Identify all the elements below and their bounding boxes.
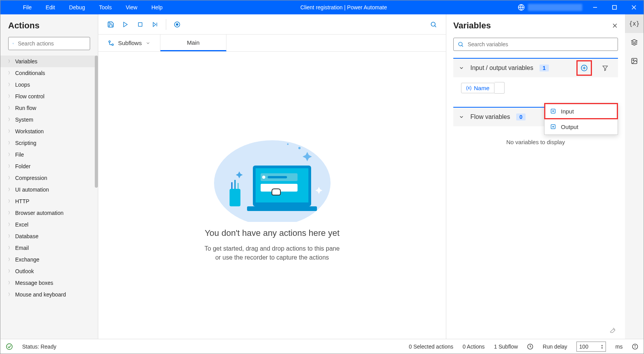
svg-marker-9 xyxy=(153,22,156,26)
svg-point-23 xyxy=(262,176,265,179)
stop-button[interactable] xyxy=(134,18,146,31)
subflows-dropdown[interactable]: Subflows xyxy=(98,35,160,51)
io-variables-title: Input / output variables xyxy=(470,65,533,71)
save-button[interactable] xyxy=(104,18,117,31)
info-icon[interactable] xyxy=(632,344,638,350)
output-icon xyxy=(550,124,556,130)
svg-point-30 xyxy=(287,143,289,145)
search-canvas-button[interactable] xyxy=(427,18,440,31)
rail-images-button[interactable] xyxy=(625,52,644,70)
action-group-message-boxes[interactable]: 〉Message boxes xyxy=(0,277,98,289)
add-variable-button[interactable] xyxy=(577,61,592,75)
run-button[interactable] xyxy=(119,18,132,31)
rail-layers-button[interactable] xyxy=(625,33,644,52)
flow-variables-count: 0 xyxy=(516,113,526,120)
variable-chip-name[interactable]: (x) Name xyxy=(461,82,610,94)
svg-marker-41 xyxy=(632,40,637,43)
svg-rect-24 xyxy=(268,176,287,178)
variables-search-input[interactable] xyxy=(468,41,614,47)
action-group-folder[interactable]: 〉Folder xyxy=(0,160,98,172)
svg-point-5 xyxy=(13,43,14,44)
ms-label: ms xyxy=(615,344,623,350)
action-group-run-flow[interactable]: 〉Run flow xyxy=(0,102,98,114)
action-group-flow-control[interactable]: 〉Flow control xyxy=(0,91,98,102)
status-text: Status: Ready xyxy=(22,344,56,350)
status-subflows: 1 Subflow xyxy=(494,344,518,350)
action-group-email[interactable]: 〉Email xyxy=(0,242,98,254)
action-group-excel[interactable]: 〉Excel xyxy=(0,219,98,230)
svg-point-43 xyxy=(633,59,634,61)
svg-line-6 xyxy=(14,44,14,44)
step-button[interactable] xyxy=(149,18,161,31)
svg-rect-20 xyxy=(247,206,317,211)
canvas: Subflows Main xyxy=(98,14,446,339)
filter-variables-button[interactable] xyxy=(598,61,613,75)
io-variables-count: 1 xyxy=(540,65,549,71)
action-list[interactable]: 〉Variables 〉Conditionals 〉Loops 〉Flow co… xyxy=(0,56,98,339)
variables-search[interactable] xyxy=(453,38,618,51)
chevron-down-icon[interactable] xyxy=(459,65,464,71)
action-group-http[interactable]: 〉HTTP xyxy=(0,195,98,207)
canvas-empty-state: You don't have any actions here yet To g… xyxy=(98,52,446,339)
close-variables-button[interactable] xyxy=(612,23,618,29)
svg-marker-7 xyxy=(124,22,127,27)
menu-edit[interactable]: Edit xyxy=(39,4,62,10)
toolbar xyxy=(98,14,446,35)
svg-point-29 xyxy=(298,147,301,149)
action-group-outlook[interactable]: 〉Outlook xyxy=(0,265,98,277)
svg-rect-8 xyxy=(138,23,142,26)
popup-output-option[interactable]: Output xyxy=(545,119,618,134)
empty-subtitle: To get started, drag and drop actions to… xyxy=(205,244,340,262)
action-group-loops[interactable]: 〉Loops xyxy=(0,79,98,91)
menu-debug[interactable]: Debug xyxy=(62,4,92,10)
window-minimize[interactable] xyxy=(585,0,605,14)
action-group-system[interactable]: 〉System xyxy=(0,114,98,126)
action-group-ui-automation[interactable]: 〉UI automation xyxy=(0,184,98,195)
action-group-exchange[interactable]: 〉Exchange xyxy=(0,254,98,265)
empty-illustration xyxy=(210,129,334,222)
action-group-mouse-keyboard[interactable]: 〉Mouse and keyboard xyxy=(0,289,98,300)
window-maximize[interactable] xyxy=(605,0,624,14)
filter-icon xyxy=(602,65,608,71)
action-group-scripting[interactable]: 〉Scripting xyxy=(0,137,98,149)
globe-icon xyxy=(518,4,525,11)
run-delay-input[interactable]: 100 ▲▼ xyxy=(576,342,606,352)
menu-tools[interactable]: Tools xyxy=(92,4,119,10)
svg-point-16 xyxy=(112,44,113,45)
action-group-compression[interactable]: 〉Compression xyxy=(0,172,98,184)
status-bar: Status: Ready 0 Selected actions 0 Actio… xyxy=(0,339,644,354)
menu-file[interactable]: File xyxy=(16,4,39,10)
action-group-conditionals[interactable]: 〉Conditionals xyxy=(0,67,98,79)
menu-help[interactable]: Help xyxy=(144,4,170,10)
tab-main[interactable]: Main xyxy=(160,35,226,51)
rail-variables-button[interactable]: {x} xyxy=(625,14,644,33)
variable-chip-extra[interactable] xyxy=(494,82,505,94)
actions-search[interactable] xyxy=(8,37,90,50)
chevron-down-icon[interactable] xyxy=(459,114,464,120)
svg-rect-2 xyxy=(613,5,616,9)
run-delay-label: Run delay xyxy=(543,344,567,350)
svg-point-33 xyxy=(459,42,462,46)
menu-bar: File Edit Debug Tools View Help xyxy=(0,4,170,10)
eraser-icon[interactable] xyxy=(609,326,616,333)
window-close[interactable] xyxy=(624,0,644,14)
io-variables-section: Input / output variables 1 (x) Name xyxy=(453,58,618,101)
action-group-file[interactable]: 〉File xyxy=(0,149,98,160)
popup-input-option[interactable]: Input xyxy=(545,103,618,119)
record-button[interactable] xyxy=(171,18,183,31)
action-group-workstation[interactable]: 〉Workstation xyxy=(0,126,98,137)
svg-point-15 xyxy=(109,41,110,42)
status-actions: 0 Actions xyxy=(463,344,485,350)
action-group-database[interactable]: 〉Database xyxy=(0,230,98,242)
scrollbar-thumb[interactable] xyxy=(95,56,98,188)
flow-variables-title: Flow variables xyxy=(470,113,510,120)
action-group-variables[interactable]: 〉Variables xyxy=(0,56,98,67)
delay-spinner[interactable]: ▲▼ xyxy=(600,344,603,349)
right-rail: {x} xyxy=(625,14,644,339)
tabs-bar: Subflows Main xyxy=(98,35,446,52)
menu-view[interactable]: View xyxy=(119,4,144,10)
subflows-icon xyxy=(108,40,114,46)
action-group-browser-automation[interactable]: 〉Browser automation xyxy=(0,207,98,219)
actions-search-input[interactable] xyxy=(18,40,86,47)
svg-marker-38 xyxy=(603,66,607,71)
